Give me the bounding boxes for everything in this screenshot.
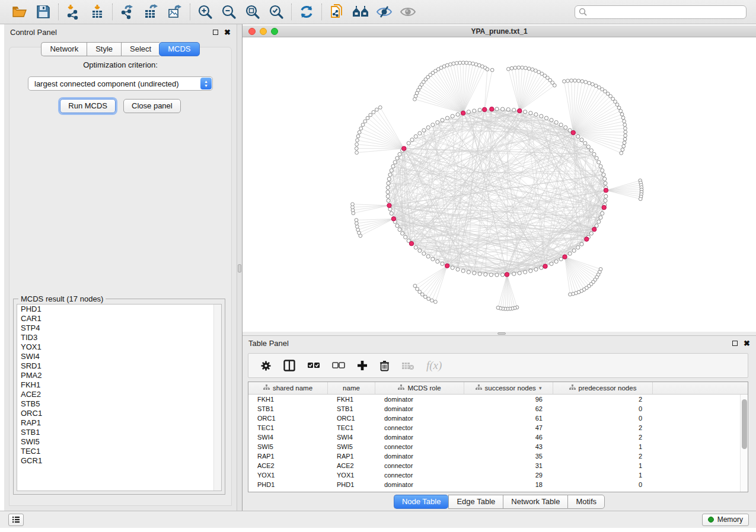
network-node[interactable] [445, 116, 449, 120]
network-node[interactable] [554, 120, 558, 124]
mcds-result-item[interactable]: TID3 [17, 333, 221, 342]
network-node[interactable] [386, 194, 390, 198]
mcds-result-item[interactable]: ACE2 [17, 390, 221, 399]
network-node[interactable] [592, 152, 596, 156]
leaf-node[interactable] [517, 66, 521, 69]
leaf-node[interactable] [452, 62, 455, 66]
network-node[interactable] [501, 273, 505, 277]
network-node[interactable] [559, 123, 563, 127]
network-node[interactable] [436, 120, 439, 124]
leaf-node[interactable] [594, 84, 598, 88]
leaf-node[interactable] [570, 79, 573, 82]
leaf-node[interactable] [619, 109, 623, 113]
network-node[interactable] [467, 270, 470, 274]
network-node[interactable] [550, 118, 553, 122]
zoom-in-icon[interactable] [196, 3, 214, 21]
export-image-icon[interactable] [166, 3, 184, 21]
network-node[interactable] [602, 173, 605, 177]
network-node[interactable] [586, 145, 590, 149]
gear-icon[interactable] [260, 360, 272, 371]
leaf-node[interactable] [553, 84, 556, 87]
leaf-node[interactable] [378, 105, 382, 109]
export-table-icon[interactable] [142, 3, 160, 21]
network-node[interactable] [387, 181, 390, 185]
leaf-node[interactable] [617, 106, 621, 110]
mcds-result-item[interactable]: ORC1 [17, 409, 221, 418]
leaf-node[interactable] [355, 219, 358, 222]
leaf-node[interactable] [355, 225, 359, 229]
table-row[interactable]: SWI4SWI4dominator462 [248, 432, 748, 442]
leaf-node[interactable] [621, 116, 625, 120]
float-panel-icon[interactable] [213, 30, 218, 35]
column-header[interactable]: MCDS role [375, 382, 464, 394]
network-node[interactable] [398, 227, 401, 231]
network-node[interactable] [395, 156, 399, 160]
leaf-node[interactable] [375, 108, 378, 111]
network-node[interactable] [518, 271, 521, 275]
mcds-hub-node[interactable] [571, 130, 575, 134]
leaf-node[interactable] [356, 134, 360, 138]
network-node[interactable] [387, 177, 391, 181]
column-header[interactable]: successor nodes▾ [464, 382, 553, 394]
network-node[interactable] [495, 107, 499, 111]
splitter-grip[interactable] [238, 264, 241, 273]
mcds-hub-node[interactable] [387, 203, 391, 207]
leaf-node[interactable] [420, 293, 424, 296]
network-node[interactable] [387, 199, 390, 203]
leaf-node[interactable] [496, 306, 500, 310]
network-node[interactable] [451, 266, 454, 270]
mcds-hub-node[interactable] [518, 108, 522, 113]
tab-edge-table[interactable]: Edge Table [448, 495, 503, 509]
network-node[interactable] [534, 268, 538, 271]
network-node[interactable] [407, 142, 410, 145]
mcds-result-item[interactable]: STB5 [17, 399, 221, 409]
mcds-result-item[interactable]: SWI4 [17, 352, 221, 361]
network-node[interactable] [478, 272, 481, 275]
mcds-hub-node[interactable] [505, 273, 509, 277]
splitter-grip[interactable] [497, 332, 506, 335]
leaf-node[interactable] [351, 203, 355, 206]
network-node[interactable] [572, 249, 576, 252]
import-network-icon[interactable] [65, 3, 82, 21]
network-node[interactable] [576, 246, 580, 249]
network-node[interactable] [390, 211, 393, 215]
leaf-node[interactable] [430, 299, 434, 302]
leaf-node[interactable] [449, 63, 452, 66]
network-node[interactable] [398, 152, 401, 156]
tab-mcds[interactable]: MCDS [159, 42, 199, 56]
run-mcds-button[interactable]: Run MCDS [60, 99, 116, 113]
network-node[interactable] [554, 259, 558, 263]
table-scrollbar[interactable] [740, 395, 748, 492]
mcds-result-item[interactable]: SRD1 [17, 361, 221, 371]
network-node[interactable] [564, 126, 567, 129]
mcds-hub-node[interactable] [543, 264, 547, 268]
network-node[interactable] [506, 108, 510, 111]
leaf-node[interactable] [372, 110, 375, 114]
network-node[interactable] [426, 126, 430, 129]
leaf-node[interactable] [563, 79, 566, 83]
network-node[interactable] [501, 107, 505, 111]
network-node[interactable] [422, 129, 426, 132]
network-node[interactable] [484, 273, 487, 276]
leaf-node[interactable] [506, 68, 510, 71]
network-node[interactable] [597, 220, 601, 223]
leaf-node[interactable] [510, 66, 513, 70]
network-node[interactable] [595, 224, 598, 227]
network-canvas[interactable] [243, 37, 756, 332]
leaf-node[interactable] [356, 139, 359, 142]
leaf-node[interactable] [355, 151, 359, 155]
network-node[interactable] [456, 113, 460, 116]
network-node[interactable] [391, 165, 395, 168]
open-file-icon[interactable] [11, 3, 28, 21]
network-node[interactable] [418, 132, 422, 135]
close-panel-button[interactable]: Close panel [123, 99, 181, 113]
save-session-icon[interactable] [34, 3, 52, 21]
network-node[interactable] [603, 177, 607, 181]
network-node[interactable] [524, 270, 527, 274]
network-node[interactable] [529, 111, 532, 115]
tab-style[interactable]: Style [87, 42, 121, 56]
network-node[interactable] [540, 114, 543, 118]
mcds-hub-node[interactable] [592, 227, 596, 231]
leaf-node[interactable] [569, 293, 572, 296]
mcds-hub-node[interactable] [563, 255, 567, 259]
